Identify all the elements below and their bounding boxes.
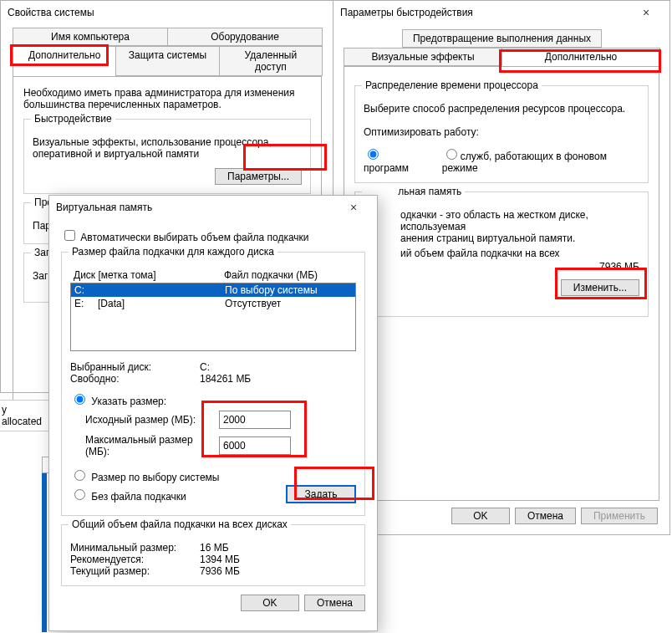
optimize-label: Оптимизировать работу: xyxy=(364,126,639,138)
radio-background-text: служб, работающих в фоновом режиме xyxy=(442,151,607,174)
drive-c-letter: C: xyxy=(74,284,84,296)
min-value: 16 МБ xyxy=(200,542,229,554)
radio-none-text: Без файла подкачки xyxy=(91,491,186,503)
max-size-label: Максимальный размер (МБ): xyxy=(70,434,212,457)
perfopts-titlebar: Параметры быстродействия × xyxy=(333,1,669,24)
tab-visual-effects[interactable]: Визуальные эффекты xyxy=(344,48,502,66)
selected-drive-label: Выбранный диск: xyxy=(70,361,200,373)
vm-group: Виртуальная память одкачки - это область… xyxy=(354,191,649,317)
auto-manage-text: Автоматически выбирать объем файла подка… xyxy=(80,232,308,243)
tab-advanced-sysprops[interactable]: Дополнительно xyxy=(13,46,116,76)
drive-e-label: [Data] xyxy=(98,298,125,309)
col-pf-header: Файл подкачки (МБ) xyxy=(224,269,353,281)
auto-manage-checkbox[interactable] xyxy=(64,230,75,241)
perfopts-title: Параметры быстродействия xyxy=(340,1,473,24)
blue-strip xyxy=(42,457,47,632)
radio-custom-text: Указать размер: xyxy=(91,396,166,407)
perfopts-cancel-button[interactable]: Отмена xyxy=(515,508,576,524)
radio-system-text: Размер по выбору системы xyxy=(91,472,219,483)
performance-group-title: Быстродействие xyxy=(31,113,115,125)
tab-computer-name[interactable]: Имя компьютера xyxy=(13,28,168,46)
radio-custom-size[interactable] xyxy=(74,394,85,405)
sysprops-title: Свойства системы xyxy=(8,1,94,24)
vm-close-icon[interactable]: × xyxy=(337,196,370,219)
tab-advanced-perfopts[interactable]: Дополнительно xyxy=(501,48,660,66)
initial-size-input[interactable] xyxy=(219,411,291,429)
sysprops-titlebar: Свойства системы xyxy=(1,1,333,24)
drive-c-pf: По выбору системы xyxy=(225,283,352,297)
cur-label: Текущий размер: xyxy=(70,565,200,577)
performance-group: Быстродействие Визуальные эффекты, испол… xyxy=(23,119,311,194)
radio-programs-label[interactable]: программ xyxy=(364,146,425,174)
performance-options-window: Параметры быстродействия × Предотвращени… xyxy=(333,0,670,535)
drive-e-letter: E: xyxy=(74,298,84,309)
drive-row-c[interactable]: C: По выбору системы xyxy=(71,283,355,297)
totals-title: Общий объем файла подкачки на всех диска… xyxy=(69,518,291,530)
per-drive-title: Размер файла подкачки для каждого диска xyxy=(69,246,277,258)
vm-ok-button[interactable]: OK xyxy=(241,595,299,611)
radio-programs-text: программ xyxy=(364,162,409,174)
radio-custom-label[interactable]: Указать размер: xyxy=(70,396,166,407)
performance-settings-button[interactable]: Параметры... xyxy=(215,168,302,185)
allocated-fragment: y allocated xyxy=(0,400,48,431)
per-drive-group: Размер файла подкачки для каждого диска … xyxy=(61,252,365,516)
radio-background[interactable] xyxy=(446,149,457,160)
perfopts-ok-button[interactable]: OK xyxy=(451,508,510,524)
vm-total-value: 7936 МБ xyxy=(364,261,639,273)
max-size-input[interactable] xyxy=(219,436,291,455)
min-label: Минимальный размер: xyxy=(70,542,200,554)
free-space-label: Свободно: xyxy=(70,373,200,385)
free-space-value: 184261 МБ xyxy=(200,373,251,385)
perfopts-apply-button[interactable]: Применить xyxy=(581,508,658,524)
change-vm-button[interactable]: Изменить... xyxy=(561,279,639,296)
scheduling-title: Распределение времени процессора xyxy=(362,79,542,91)
radio-programs[interactable] xyxy=(368,149,379,160)
drive-list[interactable]: C: По выбору системы E: [Data] Отсутству… xyxy=(70,283,356,351)
auto-manage-checkbox-label[interactable]: Автоматически выбирать объем файла подка… xyxy=(61,232,309,243)
radio-system-managed[interactable] xyxy=(74,470,85,481)
initial-size-label: Исходный размер (МБ): xyxy=(70,414,212,426)
tab-system-protection[interactable]: Защита системы xyxy=(115,46,219,76)
col-drive-header: Диск [метка тома] xyxy=(74,269,224,281)
drive-e-pf: Отсутствует xyxy=(225,297,352,310)
vm-titlebar: Виртуальная память × xyxy=(49,196,377,219)
rec-label: Рекомендуется: xyxy=(70,554,200,565)
close-icon[interactable]: × xyxy=(629,1,663,24)
tab-dep[interactable]: Предотвращение выполнения данных xyxy=(402,29,602,48)
drive-row-e[interactable]: E: [Data] Отсутствует xyxy=(71,297,355,310)
radio-none-label[interactable]: Без файла подкачки xyxy=(70,487,186,503)
vm-desc-line1: одкачки - это область на жестком диске, … xyxy=(364,209,639,232)
radio-no-pagefile[interactable] xyxy=(74,489,85,500)
vm-cancel-button[interactable]: Отмена xyxy=(304,595,365,611)
vm-title: Виртуальная память xyxy=(56,196,152,219)
totals-group: Общий объем файла подкачки на всех диска… xyxy=(61,524,365,586)
radio-system-label[interactable]: Размер по выбору системы xyxy=(70,472,219,483)
scheduling-desc: Выберите способ распределения ресурсов п… xyxy=(364,103,639,115)
cur-value: 7936 МБ xyxy=(200,565,240,577)
scheduling-group: Распределение времени процессора Выберит… xyxy=(354,85,649,183)
vm-desc-line2: анения страниц виртуальной памяти. xyxy=(364,232,639,244)
radio-background-label[interactable]: служб, работающих в фоновом режиме xyxy=(442,146,639,174)
admin-note: Необходимо иметь права администратора дл… xyxy=(23,87,311,110)
tab-hardware[interactable]: Оборудование xyxy=(167,28,323,46)
set-button[interactable]: Задать xyxy=(286,485,356,503)
performance-desc: Визуальные эффекты, использование процес… xyxy=(33,136,302,160)
virtual-memory-dialog: Виртуальная память × Автоматически выбир… xyxy=(48,195,378,631)
vm-total-line: ий объем файла подкачки на всех xyxy=(364,248,639,259)
selected-drive-value: C: xyxy=(200,361,210,373)
rec-value: 1394 МБ xyxy=(200,554,240,565)
tab-remote[interactable]: Удаленный доступ xyxy=(219,46,323,76)
